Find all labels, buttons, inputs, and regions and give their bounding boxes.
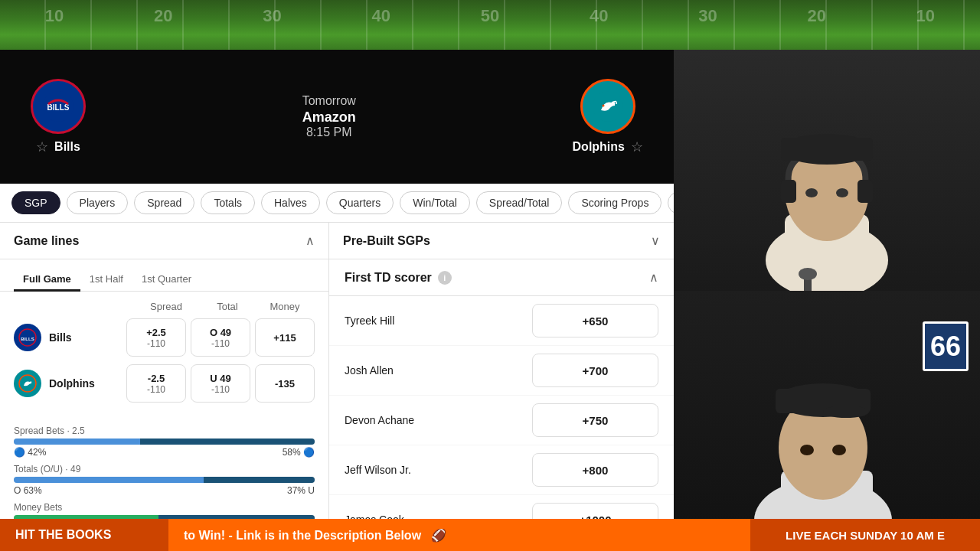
spread-bar (14, 439, 315, 445)
dolphins-row: Dolphins -2.5 -110 U 49 -110 -135 (14, 364, 315, 403)
tab-spread[interactable]: Spread (134, 191, 194, 214)
svg-text:BILLS: BILLS (47, 103, 70, 112)
svg-point-17 (799, 268, 817, 280)
jersey-sign: 66 (923, 321, 969, 371)
lines-table: Spread Total Money BILLS Bills (0, 292, 328, 419)
dolphins-star-row: Dolphins ☆ (573, 139, 643, 155)
person-1-silhouette (704, 77, 949, 291)
tab-halves[interactable]: Halves (261, 191, 320, 214)
game-time-label: Tomorrow (302, 94, 356, 108)
ticker-bar: HIT THE BOOKS to Win! - Link is in the D… (0, 519, 980, 551)
totals-left-stat: O 63% (14, 485, 42, 496)
prebuilt-sgps-chevron[interactable]: ∨ (651, 233, 660, 248)
dolphins-logo-svg (590, 89, 626, 124)
game-info: Tomorrow Amazon 8:15 PM (302, 94, 356, 139)
totals-bar (14, 477, 315, 483)
bills-money-btn[interactable]: +115 (255, 318, 315, 357)
totals-bar-right (204, 477, 315, 483)
dolphins-label: Dolphins (49, 377, 110, 390)
devon-odds-btn[interactable]: +750 (532, 403, 658, 437)
dolphins-logo-small (14, 370, 41, 397)
tab-quarters[interactable]: Quarters (326, 191, 394, 214)
dolphins-money-btn[interactable]: -135 (255, 364, 315, 403)
dolphins-odds: -2.5 -110 U 49 -110 -135 (122, 364, 315, 403)
totals-right-stat: 37% U (287, 485, 315, 496)
bills-label: Bills (49, 331, 110, 344)
svg-rect-10 (781, 180, 796, 203)
totals-bar-stats: O 63% 37% U (14, 485, 315, 496)
jeff-name: Jeff Wilson Jr. (345, 464, 532, 476)
josh-row: Josh Allen +700 (329, 346, 674, 396)
tab-win-total[interactable]: Win/Total (400, 191, 470, 214)
ticker-right-label: LIVE EACH SUNDAY 10 AM E (750, 519, 980, 551)
svg-text:BILLS: BILLS (21, 337, 34, 341)
webcam-top (674, 50, 980, 291)
spread-left-pct: 🔵 42% (14, 447, 46, 458)
spread-bar-stats: 🔵 42% 58% 🔵 (14, 447, 315, 458)
dolphins-team-info: Dolphins ☆ (573, 79, 643, 155)
tab-spread-total[interactable]: Spread/Total (476, 191, 563, 214)
bills-star-row: ☆ Bills (36, 139, 80, 155)
bills-total-btn[interactable]: O 49 -110 (191, 318, 250, 357)
dolphins-total-btn[interactable]: U 49 -110 (191, 364, 250, 403)
right-panel: Pre-Built SGPs ∨ First TD scorer i ∧ Tyr… (329, 223, 674, 551)
bills-row: BILLS Bills +2.5 -110 O 49 -110 (14, 318, 315, 357)
spread-bar-section: Spread Bets · 2.5 🔵 42% 58% 🔵 (14, 425, 315, 458)
football-icon: 🏈 (431, 529, 446, 542)
dolphins-spread-btn[interactable]: -2.5 -110 (126, 364, 186, 403)
money-bets-label: Money Bets (14, 502, 315, 513)
spread-right-pct: 58% 🔵 (283, 447, 315, 458)
prebuilt-sgps-header: Pre-Built SGPs ∨ (329, 223, 674, 259)
person-2-silhouette (704, 321, 949, 551)
prebuilt-sgps-title: Pre-Built SGPs (343, 234, 430, 248)
field-background: 1020304050 40302010 (0, 0, 980, 50)
tab-game-b[interactable]: Game B (668, 191, 674, 214)
jeff-odds-btn[interactable]: +800 (532, 453, 658, 487)
subtab-1sthalf[interactable]: 1st Half (80, 269, 132, 292)
tyreek-odds-btn[interactable]: +650 (532, 304, 658, 337)
field-numbers: 1020304050 40302010 (0, 6, 980, 26)
josh-odds-btn[interactable]: +700 (532, 354, 658, 387)
subtab-1stquarter[interactable]: 1st Quarter (132, 269, 201, 292)
bills-odds: +2.5 -110 O 49 -110 +115 (122, 318, 315, 357)
tab-sgp[interactable]: SGP (11, 191, 60, 214)
devon-row: Devon Achane +750 (329, 396, 674, 445)
first-td-chevron[interactable]: ∧ (649, 270, 658, 285)
tyreek-row: Tyreek Hill +650 (329, 296, 674, 346)
webcam-bottom: 66 (674, 291, 980, 551)
subtab-fullgame[interactable]: Full Game (14, 269, 80, 292)
col-total: Total (197, 301, 258, 312)
tab-players[interactable]: Players (67, 191, 129, 214)
svg-rect-11 (858, 180, 873, 203)
totals-label: Totals (O/U) · 49 (14, 464, 315, 474)
game-lines-header: Game lines ∧ (0, 223, 328, 259)
josh-name: Josh Allen (345, 364, 532, 377)
team-container: BILLS ☆ Bills Tomorrow Amazon 8:15 PM (0, 79, 674, 155)
bills-logo-small: BILLS (14, 324, 41, 351)
first-td-header: First TD scorer i ∧ (329, 259, 674, 296)
totals-bar-left (14, 477, 204, 483)
tab-totals[interactable]: Totals (201, 191, 255, 214)
webcam-person-2: 66 (674, 291, 980, 551)
bills-icon: BILLS (18, 328, 37, 347)
game-lines-chevron[interactable]: ∧ (305, 233, 315, 248)
first-td-info[interactable]: i (438, 271, 452, 285)
tab-scoring-props[interactable]: Scoring Props (568, 191, 662, 214)
nav-tabs: SGP Players Spread Totals Halves Quarter… (0, 184, 674, 223)
first-td-label: First TD scorer (345, 271, 432, 285)
bills-spread-btn[interactable]: +2.5 -110 (126, 318, 186, 357)
bills-favorite-star[interactable]: ☆ (36, 139, 48, 155)
game-platform: Amazon (302, 109, 356, 126)
tyreek-name: Tyreek Hill (345, 315, 532, 327)
col-spread: Spread (136, 301, 197, 312)
devon-name: Devon Achane (345, 414, 532, 426)
svg-point-23 (823, 406, 869, 418)
spread-bets-label: Spread Bets · 2.5 (14, 425, 315, 436)
dolphins-team-name: Dolphins (573, 140, 625, 154)
dolphins-favorite-star[interactable]: ☆ (631, 139, 643, 155)
game-lines-subtabs: Full Game 1st Half 1st Quarter (0, 259, 328, 292)
ticker-text: to Win! - Link is in the Description Bel… (168, 528, 750, 543)
matchup-header: BILLS ☆ Bills Tomorrow Amazon 8:15 PM (0, 50, 674, 184)
content-area: Game lines ∧ Full Game 1st Half 1st Quar… (0, 223, 674, 551)
main-panel: BILLS ☆ Bills Tomorrow Amazon 8:15 PM (0, 50, 674, 551)
